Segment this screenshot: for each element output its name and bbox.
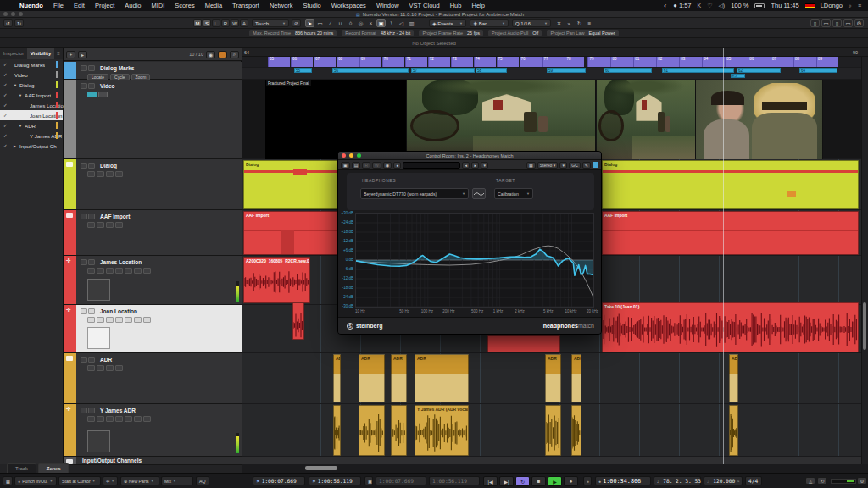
find-track-button[interactable]: ⌕	[230, 51, 239, 58]
bars-beats-display[interactable]: ♩78. 2. 3. 53	[654, 476, 701, 485]
video-thumb-mill-1[interactable]	[407, 80, 596, 159]
window-lower-zone-icon[interactable]: ▭	[821, 19, 831, 27]
automation-mode-select[interactable]: Touch▼	[252, 19, 289, 27]
marker-66[interactable]: 66	[291, 57, 313, 67]
headphones-curve-button[interactable]	[472, 188, 486, 199]
marker-86[interactable]: 86	[748, 57, 770, 67]
plugin-minimize-button[interactable]	[349, 153, 353, 158]
selection-filter-select[interactable]: ◈ Events▼	[429, 19, 466, 27]
menu-audio[interactable]: Audio	[120, 2, 146, 9]
range-select-tool[interactable]: ▭	[315, 19, 325, 27]
airdrop-icon[interactable]: ♡	[707, 3, 712, 9]
eq-state-button[interactable]	[125, 317, 132, 323]
eq-state-button[interactable]	[125, 268, 132, 274]
object-select-tool[interactable]: ➤	[305, 19, 314, 27]
insert-mode-select[interactable]: ⊕ New Parts ▼	[120, 476, 159, 485]
yjames-adr-event-5[interactable]	[571, 405, 581, 456]
check-icon[interactable]: ✓	[3, 133, 8, 138]
adr-folder-event-1[interactable]: ADR	[359, 354, 385, 402]
marker-76[interactable]: 76	[520, 57, 542, 67]
yjames-adr-event-3[interactable]: Y James ADR (ADR vocal Jam	[415, 405, 469, 456]
use-track-preset-button[interactable]: ▸	[78, 51, 87, 58]
marker-78[interactable]: 78	[565, 57, 584, 67]
visibility-item-joan-location[interactable]: ✓Joan Location	[0, 110, 63, 120]
aaf-event-1[interactable]: AAF Import	[602, 211, 859, 255]
marker-79[interactable]: 79	[587, 57, 609, 67]
automation-button[interactable]	[143, 317, 151, 323]
compare-button[interactable]: ◉	[383, 162, 392, 169]
menu-midi[interactable]: MIDI	[146, 2, 170, 9]
horizontal-scroll-thumb[interactable]	[305, 466, 337, 470]
draw-tool[interactable]: ∖	[387, 19, 396, 27]
cycle-marker-62[interactable]: 62	[737, 68, 781, 73]
crossfade-button[interactable]: ✛ ▼	[103, 476, 118, 485]
tempo-display[interactable]: ♩120.000⇅	[704, 476, 743, 485]
menu-edit[interactable]: Edit	[69, 2, 90, 9]
eq-icon[interactable]: ▦	[526, 162, 536, 169]
erase-tool[interactable]: ◊	[346, 19, 355, 27]
cycle-marker-57[interactable]: 57	[411, 68, 475, 73]
cycle-marker-60[interactable]: 60	[604, 68, 652, 73]
mute-tool[interactable]: ×	[366, 19, 376, 27]
control-center-icon[interactable]: ≡	[858, 3, 861, 8]
marker-89[interactable]: 89	[816, 57, 838, 67]
plugin-zoom-button[interactable]	[357, 153, 361, 158]
menu-clock[interactable]: Thu 11:45	[771, 2, 798, 9]
plugin-close-button[interactable]	[342, 153, 346, 158]
marker-81[interactable]: 81	[633, 57, 655, 67]
volume-icon[interactable]: ◁)	[718, 3, 725, 9]
tab-visibility[interactable]: Visibility	[27, 48, 54, 59]
add-track-button[interactable]: +	[66, 51, 75, 58]
track-header-james-location[interactable]: ✛James Location	[64, 256, 242, 305]
start-mode-select[interactable]: Start at Cursor ▼	[58, 476, 101, 485]
check-icon[interactable]: ✓	[3, 82, 8, 87]
funnel-button[interactable]: ●	[393, 162, 401, 169]
video-thumb-black[interactable]: Fractured Project Final	[265, 80, 407, 159]
menu-scores[interactable]: Scores	[170, 2, 199, 9]
user-name[interactable]: LDongo	[821, 2, 843, 9]
menu-network[interactable]: Network	[264, 2, 298, 9]
monitor-button[interactable]	[97, 171, 104, 177]
cycle-marker-63[interactable]: 63	[731, 74, 745, 78]
james-location-event[interactable]: A200C020_160805_R2CR.new.01.ayw.01	[243, 257, 310, 303]
zoom-tool[interactable]: ◎	[356, 19, 365, 27]
check-icon[interactable]: ✓	[3, 123, 8, 128]
yjames-adr-event-2[interactable]	[391, 405, 407, 456]
dialog-event-1[interactable]: Dialog	[602, 160, 859, 209]
video-mute-toggle[interactable]	[98, 92, 108, 97]
adr-folder-event-4[interactable]: ADR	[545, 354, 561, 402]
eq-state-button[interactable]	[125, 416, 132, 422]
record-enable-button[interactable]	[87, 317, 95, 323]
keyboard-maestro-icon[interactable]: K	[698, 3, 702, 8]
menu-vst-cloud[interactable]: VST Cloud	[404, 2, 445, 9]
monitor-button[interactable]	[97, 365, 104, 371]
marker-83[interactable]: 83	[679, 57, 701, 67]
marker-70[interactable]: 70	[382, 57, 404, 67]
marker-73[interactable]: 73	[451, 57, 473, 67]
routing-menu-button[interactable]: ▾	[559, 162, 567, 169]
check-icon[interactable]: ✓	[3, 143, 8, 148]
expand-arrow-icon[interactable]: ▼	[19, 93, 22, 97]
record-mode-select[interactable]: Mix ▼	[161, 476, 193, 485]
insert-state-button[interactable]	[115, 222, 123, 228]
video-thumb-couple[interactable]	[696, 80, 823, 159]
marker-87[interactable]: 87	[771, 57, 793, 67]
edit-channel-button[interactable]	[106, 222, 114, 228]
visibility-item-aaf-import[interactable]: ✓▼AAF Import	[0, 90, 63, 100]
play-tool[interactable]: ◁	[397, 19, 406, 27]
joan-location-event-0[interactable]	[292, 302, 304, 340]
solo-button[interactable]	[88, 65, 95, 71]
insert-state-button[interactable]	[115, 268, 123, 274]
check-icon[interactable]: ✓	[3, 72, 8, 77]
insert-state-button[interactable]	[115, 171, 123, 177]
previous-preset-button[interactable]: ◂	[462, 162, 470, 169]
manage-icon[interactable]: ▤	[352, 162, 361, 169]
track-header-aaf-import[interactable]: AAF Import	[64, 210, 242, 256]
menu-studio[interactable]: Studio	[298, 2, 326, 9]
zone-tab-track[interactable]: Track	[7, 463, 36, 473]
track-header-adr[interactable]: ADR	[64, 353, 242, 404]
window-right-zone-icon[interactable]: ▯	[832, 19, 842, 27]
horizontal-scrollbar[interactable]	[242, 464, 868, 473]
record-time-status[interactable]: ● 1:57	[673, 2, 691, 9]
track-header-video[interactable]: Video	[64, 80, 242, 159]
